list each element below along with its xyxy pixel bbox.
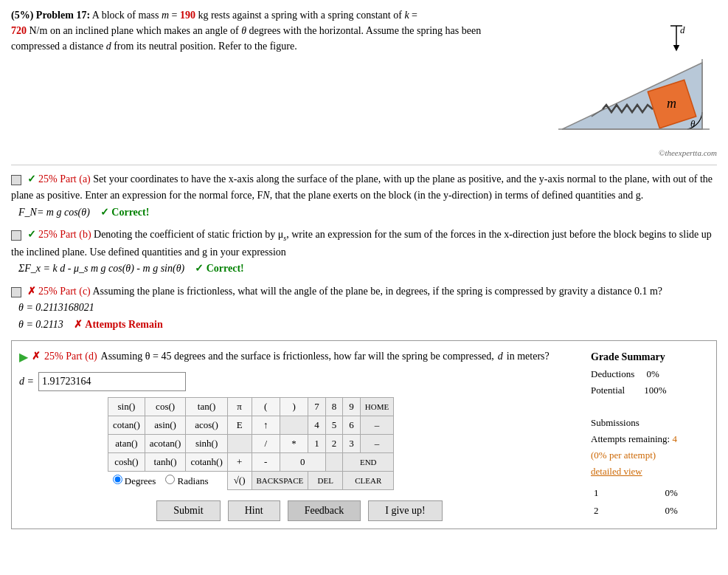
part-d-desc: Assuming θ = 45 degrees and the surface … (101, 348, 494, 364)
svg-text:d: d (680, 24, 685, 35)
part-b-formula: ΣF_x = k d - μ_s m g cos(θ) - m g sin(θ) (18, 263, 184, 274)
svg-text:m: m (667, 96, 676, 111)
copyright: ©theexpertta.com (518, 148, 717, 157)
end-key[interactable]: END (343, 452, 394, 471)
cos-key[interactable]: cos() (145, 397, 186, 416)
deductions-value: 0% (646, 368, 659, 379)
hint-button[interactable]: Hint (228, 500, 280, 521)
inclined-plane-figure: m d θ (518, 7, 717, 144)
grade-summary-title: Grade Summary (591, 348, 709, 366)
minus-key-1[interactable]: – (360, 416, 393, 434)
per-attempt: (0% per attempt) (591, 447, 709, 464)
cosh-key[interactable]: cosh() (108, 452, 145, 471)
key-2[interactable]: 2 (325, 434, 343, 452)
clear-key[interactable]: CLEAR (343, 471, 394, 490)
open-paren-key[interactable]: ( (252, 397, 280, 416)
submissions-title: Submissions (591, 415, 709, 431)
key-4[interactable]: 4 (308, 416, 326, 434)
key-6[interactable]: 6 (343, 416, 361, 434)
feedback-button[interactable]: Feedback (288, 500, 361, 521)
degrees-radio-cell[interactable]: Degrees Radians (108, 471, 228, 490)
backspace-key[interactable]: BACKSPACE (252, 471, 308, 490)
pi-key[interactable]: π (227, 397, 252, 416)
keyboard-area: sin() cos() tan() π ( ) 7 8 9 HOME (108, 397, 580, 491)
main-container: (5%) Problem 17: A block of mass m = 190… (0, 0, 728, 537)
sin-key[interactable]: sin() (108, 397, 145, 416)
problem-k-equals: = (412, 10, 417, 21)
m-label: m (162, 10, 169, 21)
part-d-section: ▶ ✗ 25% Part (d) Assuming θ = 45 degrees… (11, 340, 717, 530)
key-3[interactable]: 3 (343, 434, 361, 452)
acos-key[interactable]: acos() (186, 416, 227, 434)
d-label-problem: d (106, 41, 111, 52)
part-a: ✓ 25% Part (a) Set your coordinates to h… (11, 171, 717, 221)
degrees-label: Degrees (125, 475, 156, 486)
blank-2 (227, 434, 252, 452)
acotan-key[interactable]: acotan() (145, 434, 186, 452)
cotan-key[interactable]: cotan() (108, 416, 145, 434)
problem-equals: = (172, 10, 180, 21)
degrees-radio[interactable] (113, 475, 122, 484)
part-d-inner: ▶ ✗ 25% Part (d) Assuming θ = 45 degrees… (19, 348, 709, 522)
minus-key-2[interactable]: – (360, 434, 393, 452)
atan-key[interactable]: atan() (108, 434, 145, 452)
problem-header: (5%) Problem 17: A block of mass m = 190… (11, 7, 717, 157)
key-5[interactable]: 5 (325, 416, 343, 434)
give-up-button[interactable]: I give up! (368, 500, 442, 521)
sub-val-2: 0% (634, 502, 709, 520)
problem-text: (5%) Problem 17: A block of mass m = 190… (11, 7, 503, 54)
part-a-checkbox[interactable] (11, 175, 21, 185)
blank-3 (325, 452, 343, 471)
problem-text-3: N/m on an inclined plane which makes an … (30, 25, 242, 36)
m-value: 190 (180, 10, 195, 21)
radians-radio[interactable] (165, 475, 175, 484)
submissions-table: 1 0% 2 0% (591, 484, 709, 520)
tanh-key[interactable]: tanh() (145, 452, 186, 471)
detailed-view-link[interactable]: detailed view (591, 464, 709, 480)
attempts-value: 4 (672, 433, 677, 444)
e-key[interactable]: E (227, 416, 252, 434)
part-c-attempts: ✗ Attempts Remain (74, 319, 163, 330)
sinh-key[interactable]: sinh() (186, 434, 227, 452)
part-c-desc: Assuming the plane is frictionless, what… (93, 286, 663, 297)
answer-input[interactable]: 1.91723164 (38, 372, 186, 391)
del-key[interactable]: DEL (308, 471, 343, 490)
function-keypad: sin() cos() tan() π ( ) 7 8 9 HOME (108, 397, 394, 491)
divide-key[interactable]: / (252, 434, 280, 452)
key-0[interactable]: 0 (280, 452, 325, 471)
key-9[interactable]: 9 (343, 397, 361, 416)
theta-label: θ (241, 25, 246, 36)
part-b-checkbox[interactable] (11, 230, 21, 241)
part-b-desc: Denoting the coefficient of static frict… (94, 229, 283, 240)
sub-val-1: 0% (634, 484, 709, 502)
sqrt-key[interactable]: √() (227, 471, 252, 490)
potential-value: 100% (644, 385, 666, 396)
key-7[interactable]: 7 (308, 397, 326, 416)
grade-summary: Grade Summary Deductions 0% Potential 10… (591, 348, 709, 520)
up-key[interactable]: ↑ (252, 416, 280, 434)
cotanh-key[interactable]: cotanh() (186, 452, 227, 471)
radians-label: Radians (178, 475, 209, 486)
asin-key[interactable]: asin() (145, 416, 186, 434)
multiply-key[interactable]: * (280, 434, 308, 452)
submit-button[interactable]: Submit (156, 500, 220, 521)
deductions-label: Deductions (591, 368, 634, 379)
part-d-x-icon: ✗ (32, 348, 41, 364)
key-8[interactable]: 8 (325, 397, 343, 416)
part-c-checkbox[interactable] (11, 287, 21, 297)
part-a-label: 25% Part (a) (38, 173, 91, 185)
close-paren-key[interactable]: ) (280, 397, 308, 416)
home-key[interactable]: HOME (360, 397, 393, 416)
minus-key-3[interactable]: - (252, 452, 280, 471)
fn-subscript: N (263, 190, 269, 201)
part-c-label: 25% Part (c) (38, 286, 91, 297)
tan-key[interactable]: tan() (186, 397, 227, 416)
plus-key[interactable]: + (227, 452, 252, 471)
part-b-check: ✓ (27, 229, 36, 240)
key-1[interactable]: 1 (308, 434, 326, 452)
part-d-left: ▶ ✗ 25% Part (d) Assuming θ = 45 degrees… (19, 348, 580, 522)
sub-num-2: 2 (591, 502, 634, 520)
problem-text-1: A block of mass (92, 10, 162, 21)
part-a-correct: ✓ Correct! (100, 207, 150, 218)
part-c-x-icon: ✗ (27, 286, 36, 297)
